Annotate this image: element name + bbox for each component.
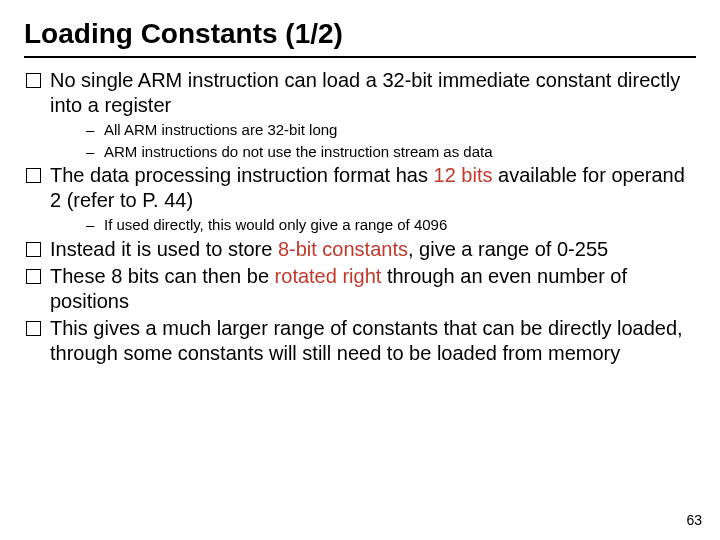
bullet-list: No single ARM instruction can load a 32-… (24, 68, 696, 366)
bullet-item: The data processing instruction format h… (24, 163, 696, 235)
bullet-item: No single ARM instruction can load a 32-… (24, 68, 696, 161)
highlight-text: 8-bit constants (278, 238, 408, 260)
bullet-text-pre: These 8 bits can then be (50, 265, 275, 287)
bullet-text: No single ARM instruction can load a 32-… (50, 69, 680, 116)
sub-item: All ARM instructions are 32-bit long (50, 120, 696, 140)
bullet-item: This gives a much larger range of consta… (24, 316, 696, 366)
bullet-item: These 8 bits can then be rotated right t… (24, 264, 696, 314)
sub-item: If used directly, this would only give a… (50, 215, 696, 235)
bullet-item: Instead it is used to store 8-bit consta… (24, 237, 696, 262)
bullet-text-pre: The data processing instruction format h… (50, 164, 434, 186)
bullet-text-post: , give a range of 0-255 (408, 238, 608, 260)
sub-list: If used directly, this would only give a… (50, 215, 696, 235)
sub-list: All ARM instructions are 32-bit long ARM… (50, 120, 696, 161)
slide-title: Loading Constants (1/2) (24, 18, 696, 58)
bullet-text-pre: Instead it is used to store (50, 238, 278, 260)
page-number: 63 (686, 512, 702, 528)
highlight-text: 12 bits (434, 164, 493, 186)
highlight-text: rotated right (275, 265, 382, 287)
sub-item: ARM instructions do not use the instruct… (50, 142, 696, 162)
bullet-text: This gives a much larger range of consta… (50, 317, 683, 364)
